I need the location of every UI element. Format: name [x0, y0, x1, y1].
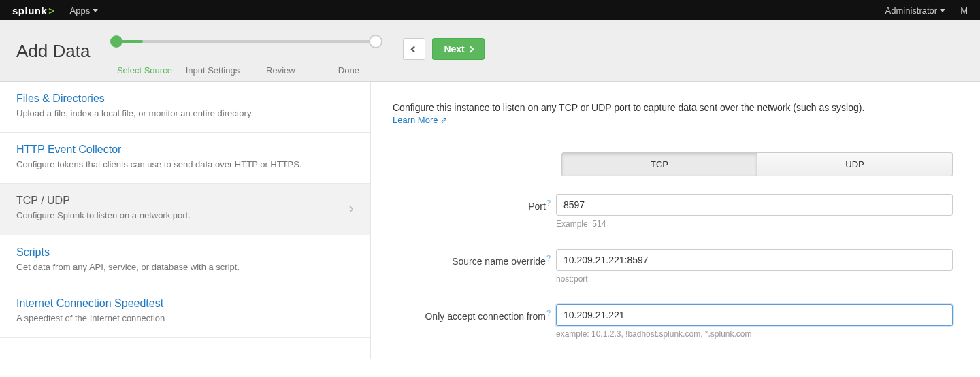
sidebar-item-title: Files & Directories	[16, 93, 253, 105]
apps-menu-label: Apps	[70, 5, 91, 16]
wizard-step-dot-3[interactable]	[369, 35, 382, 48]
source-type-sidebar: Files & Directories Upload a file, index…	[0, 82, 371, 359]
topbar: splunk> Apps Administrator M	[0, 0, 980, 20]
protocol-tabs: TCP UDP	[561, 152, 953, 176]
source-name-label: Source name override?	[393, 249, 556, 267]
topbar-left: splunk> Apps	[12, 5, 98, 16]
help-icon[interactable]: ?	[546, 254, 551, 262]
admin-menu-label: Administrator	[885, 5, 938, 16]
wizard-step-label-1[interactable]: Input Settings	[178, 65, 246, 76]
form-row-source-name: Source name override? host:port	[393, 249, 953, 284]
tab-tcp[interactable]: TCP	[561, 152, 757, 176]
sidebar-item-desc: Get data from any API, service, or datab…	[16, 261, 240, 274]
topbar-trailing: M	[960, 5, 968, 16]
tcp-udp-form: TCP UDP Port? Example: 514 Source name o…	[393, 152, 953, 339]
source-name-input[interactable]	[556, 249, 953, 271]
sidebar-item-title: TCP / UDP	[16, 195, 191, 207]
wizard-step-label-3[interactable]: Done	[314, 65, 382, 76]
sidebar-item-desc: Upload a file, index a local file, or mo…	[16, 108, 253, 120]
next-button-label: Next	[444, 44, 464, 54]
sidebar-item-internet-speedtest[interactable]: Internet Connection Speedtest A speedtes…	[0, 286, 370, 338]
back-button[interactable]	[403, 38, 425, 60]
wizard-step-label-0[interactable]: Select Source	[110, 65, 178, 76]
sidebar-item-scripts[interactable]: Scripts Get data from any API, service, …	[0, 235, 370, 286]
accept-from-input[interactable]	[556, 304, 953, 326]
learn-more-label: Learn More	[393, 115, 438, 125]
next-button[interactable]: Next	[432, 38, 484, 60]
sidebar-item-files-directories[interactable]: Files & Directories Upload a file, index…	[0, 82, 370, 133]
chevron-left-icon	[411, 46, 418, 52]
page-title: Add Data	[16, 41, 90, 62]
external-link-icon: ⇗	[440, 116, 447, 125]
wizard-step-label-2[interactable]: Review	[246, 65, 314, 76]
sidebar-item-desc: A speedtest of the Internet connection	[16, 312, 165, 325]
brand-caret-icon: >	[48, 5, 54, 16]
form-row-port: Port? Example: 514	[393, 194, 953, 229]
admin-menu[interactable]: Administrator	[885, 5, 946, 16]
accept-from-label-text: Only accept connection from	[425, 311, 545, 322]
tab-udp[interactable]: UDP	[757, 152, 953, 176]
sidebar-item-title: Internet Connection Speedtest	[16, 297, 165, 310]
wizard-nav-buttons: Next	[403, 38, 484, 60]
sidebar-item-title: HTTP Event Collector	[16, 144, 302, 156]
source-name-hint: host:port	[556, 274, 953, 284]
intro-text: Configure this instance to listen on any…	[393, 101, 953, 115]
content-pane: Configure this instance to listen on any…	[371, 82, 980, 359]
source-name-label-text: Source name override	[452, 256, 546, 267]
port-input[interactable]	[556, 194, 953, 216]
form-row-accept-from: Only accept connection from? example: 10…	[393, 304, 953, 339]
port-label: Port?	[393, 194, 556, 212]
accept-from-label: Only accept connection from?	[393, 304, 556, 322]
sidebar-item-tcp-udp[interactable]: TCP / UDP Configure Splunk to listen on …	[0, 184, 370, 235]
brand-logo[interactable]: splunk>	[12, 5, 55, 16]
sidebar-item-title: Scripts	[16, 246, 240, 259]
header: Add Data Select Source Input Settings Re…	[0, 20, 980, 82]
chevron-down-icon	[93, 9, 98, 12]
sidebar-item-desc: Configure Splunk to listen on a network …	[16, 210, 191, 222]
brand-text: splunk	[12, 5, 47, 16]
port-label-text: Port	[528, 201, 546, 212]
accept-from-hint: example: 10.1.2.3, !badhost.splunk.com, …	[556, 329, 953, 339]
wizard-step-dot-0[interactable]	[110, 35, 122, 48]
topbar-right: Administrator M	[885, 5, 968, 16]
sidebar-item-desc: Configure tokens that clients can use to…	[16, 159, 302, 171]
help-icon[interactable]: ?	[546, 199, 551, 207]
apps-menu[interactable]: Apps	[70, 5, 99, 16]
chevron-right-icon: ›	[348, 199, 354, 218]
main: Files & Directories Upload a file, index…	[0, 82, 980, 359]
port-hint: Example: 514	[556, 219, 953, 229]
chevron-right-icon	[467, 46, 474, 52]
sidebar-item-http-event-collector[interactable]: HTTP Event Collector Configure tokens th…	[0, 133, 370, 184]
help-icon[interactable]: ?	[546, 309, 551, 317]
learn-more-link[interactable]: Learn More ⇗	[393, 115, 447, 125]
chevron-down-icon	[940, 9, 945, 12]
wizard-progress: Select Source Input Settings Review Done	[110, 35, 382, 76]
